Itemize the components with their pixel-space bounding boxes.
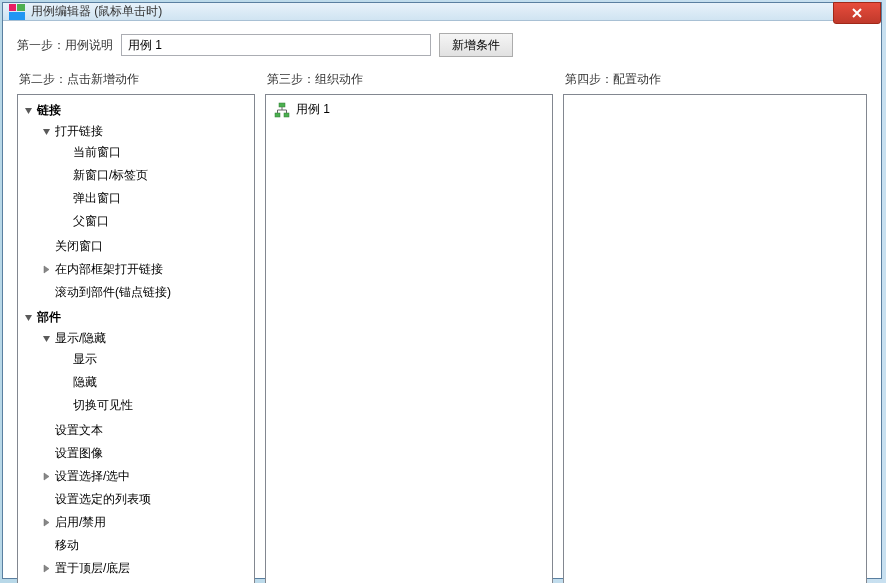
case-label: 用例 1: [296, 101, 330, 118]
columns: 第二步：点击新增动作 链接: [17, 71, 867, 583]
tree-label: 链接: [37, 102, 61, 119]
tree-node-move[interactable]: 移动: [38, 536, 252, 555]
tree-label: 切换可见性: [73, 397, 133, 414]
close-icon: [851, 7, 863, 19]
tree-label: 当前窗口: [73, 144, 121, 161]
tree-node-open-link[interactable]: 打开链接: [38, 122, 252, 141]
action-tree: 链接 打开链接 当前窗口 新窗: [20, 99, 252, 583]
dialog-window: 用例编辑器 (鼠标单击时) 第一步：用例说明 新增条件 第二步：点击新增动作: [2, 2, 882, 579]
tree-label: 弹出窗口: [73, 190, 121, 207]
tree-label: 打开链接: [55, 123, 103, 140]
svg-rect-4: [275, 113, 280, 117]
expand-right-icon: [40, 471, 52, 483]
tree-label: 置于顶层/底层: [55, 560, 130, 577]
flowchart-icon: [274, 102, 290, 118]
window-title: 用例编辑器 (鼠标单击时): [31, 3, 162, 20]
step3-label: 第三步：组织动作: [265, 71, 553, 88]
tree-node-set-text[interactable]: 设置文本: [38, 421, 252, 440]
expand-down-icon: [40, 126, 52, 138]
tree-node-scroll[interactable]: 滚动到部件(锚点链接): [38, 283, 252, 302]
expand-right-icon: [40, 264, 52, 276]
tree-label: 隐藏: [73, 374, 97, 391]
svg-rect-0: [9, 4, 16, 11]
step4-label: 第四步：配置动作: [563, 71, 867, 88]
tree-label: 移动: [55, 537, 79, 554]
tree-node-close-window[interactable]: 关闭窗口: [38, 237, 252, 256]
titlebar: 用例编辑器 (鼠标单击时): [3, 3, 881, 21]
svg-rect-2: [9, 12, 25, 20]
tree-label: 部件: [37, 309, 61, 326]
app-icon: [9, 4, 25, 20]
tree-label: 显示: [73, 351, 97, 368]
step1-label: 第一步：用例说明: [17, 37, 113, 54]
svg-rect-3: [279, 103, 285, 107]
expand-down-icon: [22, 105, 34, 117]
tree-node-widget[interactable]: 部件: [20, 308, 252, 327]
step2-column: 第二步：点击新增动作 链接: [17, 71, 255, 583]
tree-node-set-list-item[interactable]: 设置选定的列表项: [38, 490, 252, 509]
step3-column: 第三步：组织动作 用例 1: [265, 71, 553, 583]
organize-panel[interactable]: 用例 1: [265, 94, 553, 583]
tree-node-bring-front[interactable]: 置于顶层/底层: [38, 559, 252, 578]
tree-node-hide[interactable]: 隐藏: [56, 373, 252, 392]
expand-down-icon: [22, 312, 34, 324]
close-button[interactable]: [833, 2, 881, 24]
config-panel[interactable]: [563, 94, 867, 583]
tree-node-link[interactable]: 链接: [20, 101, 252, 120]
case-item[interactable]: 用例 1: [268, 99, 550, 120]
tree-label: 设置文本: [55, 422, 103, 439]
tree-node-parent-window[interactable]: 父窗口: [56, 212, 252, 231]
tree-label: 设置图像: [55, 445, 103, 462]
svg-rect-5: [284, 113, 289, 117]
tree-node-enable-disable[interactable]: 启用/禁用: [38, 513, 252, 532]
tree-label: 启用/禁用: [55, 514, 106, 531]
tree-label: 显示/隐藏: [55, 330, 106, 347]
tree-node-show[interactable]: 显示: [56, 350, 252, 369]
tree-node-set-image[interactable]: 设置图像: [38, 444, 252, 463]
expand-right-icon: [40, 517, 52, 529]
tree-node-iframe[interactable]: 在内部框架打开链接: [38, 260, 252, 279]
expand-down-icon: [40, 333, 52, 345]
action-tree-panel[interactable]: 链接 打开链接 当前窗口 新窗: [17, 94, 255, 583]
step4-column: 第四步：配置动作: [563, 71, 867, 583]
expand-right-icon: [40, 563, 52, 575]
tree-node-popup[interactable]: 弹出窗口: [56, 189, 252, 208]
tree-label: 设置选择/选中: [55, 468, 130, 485]
tree-node-current-window[interactable]: 当前窗口: [56, 143, 252, 162]
case-name-input[interactable]: [121, 34, 431, 56]
tree-node-toggle[interactable]: 切换可见性: [56, 396, 252, 415]
tree-label: 新窗口/标签页: [73, 167, 148, 184]
step1-row: 第一步：用例说明 新增条件: [17, 33, 867, 57]
svg-rect-1: [17, 4, 25, 11]
tree-label: 在内部框架打开链接: [55, 261, 163, 278]
tree-node-show-hide[interactable]: 显示/隐藏: [38, 329, 252, 348]
add-condition-button[interactable]: 新增条件: [439, 33, 513, 57]
tree-node-new-window[interactable]: 新窗口/标签页: [56, 166, 252, 185]
tree-label: 父窗口: [73, 213, 109, 230]
content-area: 第一步：用例说明 新增条件 第二步：点击新增动作 链接: [3, 21, 881, 583]
tree-label: 滚动到部件(锚点链接): [55, 284, 171, 301]
tree-label: 关闭窗口: [55, 238, 103, 255]
tree-label: 设置选定的列表项: [55, 491, 151, 508]
tree-node-set-select[interactable]: 设置选择/选中: [38, 467, 252, 486]
step2-label: 第二步：点击新增动作: [17, 71, 255, 88]
